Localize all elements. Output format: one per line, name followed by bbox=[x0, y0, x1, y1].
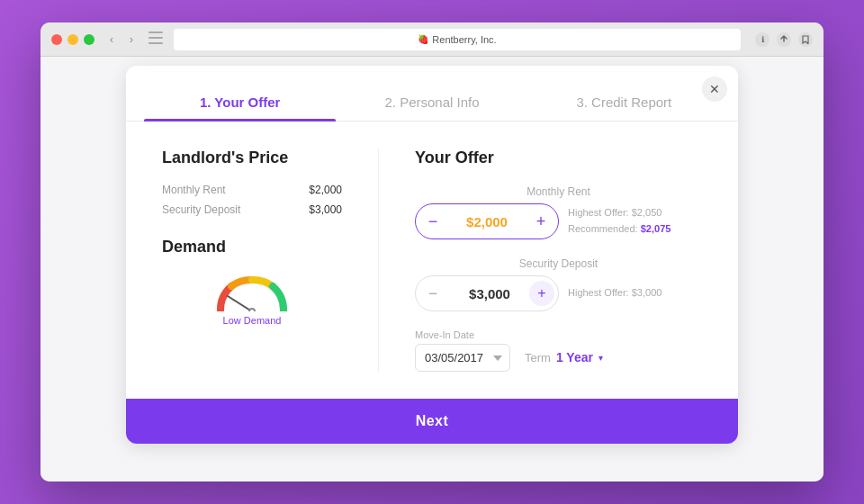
modal-body: Landlord's Price Monthly Rent $2,000 Sec… bbox=[126, 122, 738, 399]
close-icon: ✕ bbox=[709, 82, 720, 96]
tab-your-offer[interactable]: 1. Your Offer bbox=[144, 84, 336, 121]
monthly-rent-increase-button[interactable]: + bbox=[524, 204, 558, 238]
landlords-price-title: Landlord's Price bbox=[162, 148, 342, 167]
security-deposit-offer-label: Security Deposit bbox=[415, 257, 702, 270]
tab-bar: 1. Your Offer 2. Personal Info 3. Credit… bbox=[126, 66, 738, 122]
right-panel: Your Offer Monthly Rent − $2,000 + Highe… bbox=[415, 148, 702, 372]
minimize-traffic-light[interactable] bbox=[68, 34, 78, 45]
security-deposit-row: Security Deposit $3,000 bbox=[162, 203, 342, 216]
demand-gauge bbox=[212, 271, 292, 311]
demand-section: Demand bbox=[162, 238, 342, 326]
maximize-traffic-light[interactable] bbox=[84, 34, 94, 45]
modal-footer[interactable]: Next bbox=[126, 399, 738, 444]
monthly-rent-label: Monthly Rent bbox=[162, 184, 226, 196]
gauge-container: Low Demand bbox=[162, 271, 342, 326]
info-icon[interactable]: ℹ bbox=[755, 32, 770, 47]
term-dropdown-icon[interactable]: ▾ bbox=[598, 353, 603, 363]
toolbar-icons: ℹ bbox=[755, 32, 813, 47]
monthly-rent-hint: Highest Offer: $2,050 Recommended: $2,07… bbox=[568, 205, 670, 237]
security-deposit-stepper[interactable]: − $3,000 + bbox=[415, 275, 559, 311]
bookmark-icon[interactable] bbox=[798, 32, 813, 47]
svg-line-3 bbox=[228, 296, 252, 311]
demand-level: Low Demand bbox=[223, 315, 282, 326]
sidebar-button[interactable] bbox=[148, 32, 166, 48]
traffic-lights bbox=[51, 34, 94, 45]
share-icon[interactable] bbox=[777, 32, 791, 47]
monthly-rent-row: Monthly Rent $2,000 bbox=[162, 184, 342, 196]
favicon: 🍓 bbox=[418, 34, 428, 44]
security-deposit-label: Security Deposit bbox=[162, 203, 240, 216]
svg-rect-1 bbox=[148, 37, 163, 39]
monthly-rent-stepper-value: $2,000 bbox=[450, 214, 524, 230]
browser-window: ‹ › 🍓 Rentberry, Inc. ℹ bbox=[40, 22, 824, 482]
url-text: Rentberry, Inc. bbox=[432, 34, 496, 45]
security-deposit-hint: Highest Offer: $3,000 bbox=[568, 285, 662, 302]
address-bar[interactable]: 🍓 Rentberry, Inc. bbox=[174, 29, 741, 50]
left-panel: Landlord's Price Monthly Rent $2,000 Sec… bbox=[162, 148, 342, 372]
close-modal-button[interactable]: ✕ bbox=[702, 76, 727, 102]
move-in-date-field[interactable]: Move-In Date 03/05/2017 bbox=[415, 329, 510, 372]
security-deposit-increase-button[interactable]: + bbox=[529, 281, 554, 306]
term-field[interactable]: Term 1 Year ▾ bbox=[525, 350, 603, 372]
monthly-rent-stepper-row: − $2,000 + Highest Offer: $2,050 Recomme… bbox=[415, 203, 702, 239]
forward-button[interactable]: › bbox=[123, 32, 140, 48]
monthly-rent-offer-label: Monthly Rent bbox=[415, 185, 702, 198]
tab-credit-report[interactable]: 3. Credit Report bbox=[528, 84, 720, 121]
svg-rect-2 bbox=[148, 42, 163, 44]
security-deposit-decrease-button[interactable]: − bbox=[416, 276, 450, 310]
modal-container: ✕ 1. Your Offer 2. Personal Info 3. Cred… bbox=[126, 66, 738, 444]
monthly-rent-stepper[interactable]: − $2,000 + bbox=[415, 203, 559, 239]
svg-rect-0 bbox=[148, 32, 163, 33]
your-offer-title: Your Offer bbox=[415, 148, 702, 167]
term-label: Term bbox=[525, 351, 551, 364]
demand-title: Demand bbox=[162, 238, 342, 256]
nav-buttons: ‹ › bbox=[104, 32, 140, 48]
tab-personal-info[interactable]: 2. Personal Info bbox=[336, 84, 527, 121]
next-button[interactable]: Next bbox=[416, 413, 449, 428]
bottom-row: Move-In Date 03/05/2017 Term 1 Year ▾ bbox=[415, 329, 702, 372]
security-deposit-stepper-value: $3,000 bbox=[450, 286, 529, 302]
security-deposit-stepper-row: − $3,000 + Highest Offer: $3,000 bbox=[415, 275, 702, 311]
move-in-date-select[interactable]: 03/05/2017 bbox=[415, 344, 510, 372]
browser-titlebar: ‹ › 🍓 Rentberry, Inc. ℹ bbox=[40, 22, 824, 57]
monthly-rent-field: Monthly Rent − $2,000 + Highest Offer: $… bbox=[415, 185, 702, 239]
monthly-rent-value: $2,000 bbox=[309, 184, 342, 196]
move-in-date-label: Move-In Date bbox=[415, 329, 510, 340]
term-value[interactable]: 1 Year bbox=[556, 350, 593, 364]
browser-content: ✕ 1. Your Offer 2. Personal Info 3. Cred… bbox=[40, 57, 824, 482]
back-button[interactable]: ‹ bbox=[104, 32, 120, 48]
panel-divider bbox=[378, 148, 379, 372]
highest-offer-hint: Highest Offer: $2,050 bbox=[568, 205, 670, 221]
security-deposit-field: Security Deposit − $3,000 + Highest Offe… bbox=[415, 257, 702, 311]
monthly-rent-decrease-button[interactable]: − bbox=[416, 204, 450, 238]
security-deposit-value: $3,000 bbox=[309, 203, 342, 216]
close-traffic-light[interactable] bbox=[51, 34, 62, 45]
recommended-hint: Recommended: $2,075 bbox=[568, 221, 670, 238]
